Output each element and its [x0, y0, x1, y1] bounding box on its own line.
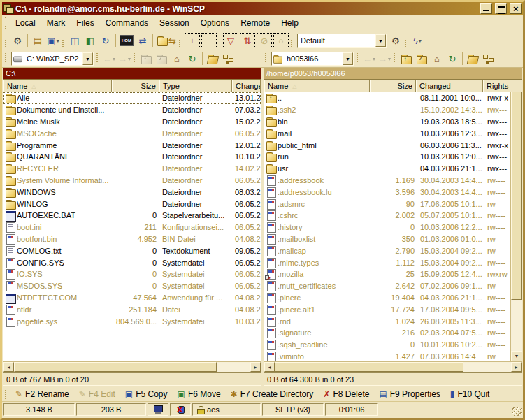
transfer-files-icon[interactable]: ⇆ — [155, 33, 178, 48]
file-row-pinerc-alt1[interactable]: .pinerc.alt117.72417.08.2004 09:5...rw--… — [264, 303, 510, 315]
file-row-pinerc[interactable]: .pinerc19.40404.03.2006 21:1...rw---- — [264, 292, 510, 304]
toolbar-grip[interactable] — [393, 53, 396, 64]
file-row-windows[interactable]: WINDOWSDateiordner08.03.2 — [3, 186, 261, 198]
transfer-profile-combo[interactable]: Default▼ — [297, 34, 387, 48]
local-back-icon[interactable]: ←▾ — [101, 51, 117, 66]
file-row-signature[interactable]: .signature21602.03.2004 07:5...rw---- — [264, 327, 510, 339]
file-row-ntldr[interactable]: ntldr251.184Datei04.08.2 — [3, 303, 261, 315]
toolbar-grip[interactable] — [133, 53, 136, 64]
file-row-winlog[interactable]: WINLOGDateiordner06.05.2 — [3, 198, 261, 210]
file-row-recycler[interactable]: RECYCLERDateiordner14.02.2 — [3, 163, 261, 175]
fkey-f8-delete[interactable]: ✗F8 Delete — [319, 389, 373, 399]
local-horizontal-scrollbar[interactable]: ◄ ► — [3, 361, 261, 372]
column-header-rights[interactable]: Rights — [483, 80, 510, 92]
file-row-rnd[interactable]: .rnd1.02426.08.2005 11:3...rw---- — [264, 315, 510, 327]
console-hom-icon[interactable]: HOM — [118, 33, 135, 48]
scrollbar-thumb[interactable] — [511, 92, 522, 300]
column-header-size[interactable]: Size — [112, 80, 159, 92]
toolbar-grip[interactable] — [4, 17, 8, 29]
file-row-io-sys[interactable]: IO.SYS0Systemdatei06.05.2 — [3, 268, 261, 280]
preferences-icon[interactable]: ⚙ — [10, 33, 25, 48]
column-header-changed[interactable]: Changed — [232, 80, 261, 92]
file-row-addressbook[interactable]: .addressbook1.16930.04.2003 14:4...rw---… — [264, 175, 510, 187]
fkey-f10-quit[interactable]: ▮F10 Quit — [446, 389, 494, 399]
toolbar-grip[interactable] — [4, 34, 8, 47]
chevron-down-icon[interactable]: ▼ — [375, 34, 386, 47]
remote-horizontal-scrollbar[interactable]: ◄ ► — [264, 361, 522, 372]
local-home-dir-icon[interactable]: ⌂ — [169, 51, 185, 66]
synchronize-icon[interactable]: ↻ — [98, 33, 113, 48]
file-row-dokumente-und-einstell[interactable]: Dokumente und Einstell...Dateiordner07.0… — [3, 104, 261, 116]
fkey-f2-rename[interactable]: ✎F2 Rename — [11, 389, 73, 399]
transfer-options-icon[interactable]: ϟ▾ — [410, 33, 425, 48]
file-row-adsmrc[interactable]: .adsmrc9017.06.2005 10:1...rw---- — [264, 198, 510, 210]
menu-item-mark[interactable]: Mark — [41, 17, 71, 29]
remote-back-icon[interactable]: ←▾ — [361, 51, 377, 66]
file-row-public-html[interactable]: public_html06.03.2006 11:3...rwxr-x — [264, 139, 510, 151]
file-row-usr[interactable]: usr04.03.2006 21:1...rwx--- — [264, 163, 510, 175]
file-row-mutt-certificates[interactable]: .mutt_certificates2.64207.02.2006 09:1..… — [264, 280, 510, 292]
local-root-dir-icon[interactable]: / — [154, 51, 169, 66]
chevron-down-icon[interactable]: ▼ — [343, 52, 353, 65]
toolbar-grip[interactable] — [356, 53, 359, 64]
remote-refresh-icon[interactable]: ↻ — [445, 51, 460, 66]
compare-directories-icon[interactable]: ◧ — [82, 33, 98, 48]
swap-panels-icon[interactable]: ◫ — [67, 33, 82, 48]
file-row-history[interactable]: .history010.03.2006 12:2...rw---- — [264, 222, 510, 233]
toolbar-grip[interactable] — [264, 53, 268, 64]
select-none-icon[interactable]: ⊘ — [257, 33, 272, 48]
remote-open-dir-icon[interactable] — [465, 51, 480, 66]
transfer-preferences-icon[interactable]: ⚙ — [388, 33, 403, 48]
toolbar-grip[interactable] — [178, 34, 182, 47]
file-row-ntdetect-com[interactable]: NTDETECT.COM47.564Anwendung für ...04.08… — [3, 292, 261, 304]
remote-home-dir-icon[interactable]: ⌂ — [429, 51, 445, 66]
remote-tree-icon[interactable] — [480, 51, 496, 66]
select-files-icon[interactable]: + — [185, 33, 200, 48]
file-row-config-sys[interactable]: CONFIG.SYS0Systemdatei06.05.2 — [3, 256, 261, 268]
menu-item-help[interactable]: Help — [275, 17, 304, 29]
fkey-f9-properties[interactable]: ▤F9 Properties — [375, 389, 444, 399]
toolbar-grip[interactable] — [62, 34, 65, 47]
file-row-msdos-sys[interactable]: MSDOS.SYS0Systemdatei06.05.2 — [3, 280, 261, 292]
local-open-dir-icon[interactable] — [205, 51, 220, 66]
local-path-bar[interactable]: C:\ — [3, 68, 261, 79]
local-drive-combo[interactable]: C: WinXP_SP2▼ — [11, 52, 94, 66]
invert-selection-icon[interactable]: ⇅ — [240, 33, 255, 48]
menu-item-options[interactable]: Options — [195, 17, 235, 29]
remote-forward-icon[interactable]: →▾ — [377, 51, 392, 66]
restore-selection-icon[interactable]: ○ — [273, 33, 289, 48]
file-row-item[interactable]: ↑..08.11.2001 10:0...rwxr-x — [264, 92, 510, 104]
file-row-autoexec-bat[interactable]: AUTOEXEC.BAT0Stapelverarbeitu...06.05.2 — [3, 210, 261, 222]
scroll-right-icon[interactable]: ► — [511, 362, 522, 372]
scrollbar-thumb[interactable] — [14, 362, 217, 372]
toolbar-grip[interactable] — [4, 389, 8, 399]
file-row-mozilla[interactable]: ➚.mozilla2515.09.2005 12:4...rwxrw — [264, 268, 510, 280]
menu-item-files[interactable]: Files — [71, 17, 99, 29]
column-header-size[interactable]: Size — [370, 80, 416, 92]
file-row-cshrc[interactable]: .cshrc2.00205.07.2005 10:1...rw---- — [264, 210, 510, 222]
menu-item-local[interactable]: Local — [10, 17, 41, 29]
notifications-cell[interactable] — [170, 403, 191, 416]
remote-path-bar[interactable]: /home/p0053/h0053l66 — [264, 68, 522, 79]
file-row-viminfo[interactable]: .viminfo1.42707.03.2006 14:4rw — [264, 351, 510, 361]
local-refresh-icon[interactable]: ↻ — [185, 51, 200, 66]
scroll-left-icon[interactable]: ◄ — [264, 362, 275, 372]
local-parent-dir-icon[interactable]: ↑ — [138, 51, 154, 66]
column-header-changed[interactable]: Changed — [416, 80, 483, 92]
maximize-button[interactable] — [495, 3, 507, 14]
file-row-msocache[interactable]: MSOCacheDateiordner06.05.2 — [3, 127, 261, 139]
file-row-run[interactable]: run10.03.2006 12:0...rwx--- — [264, 151, 510, 163]
file-row-bootfont-bin[interactable]: bootfont.bin4.952BIN-Datei04.08.2 — [3, 233, 261, 245]
column-header-type[interactable]: Type — [159, 80, 232, 92]
title-bar[interactable]: C:\ - rolandm@amor.cms.hu-berlin.de - Wi… — [2, 2, 523, 15]
queue-icon[interactable]: ▤ — [30, 33, 45, 48]
chevron-down-icon[interactable]: ▼ — [82, 52, 93, 65]
remote-vertical-scrollbar[interactable]: ▲ ▼ — [510, 92, 522, 361]
file-row-comlog-txt[interactable]: COMLOG.txt0Textdokument09.05.2 — [3, 245, 261, 256]
toolbar-grip[interactable] — [290, 34, 294, 47]
scroll-left-icon[interactable]: ◄ — [3, 362, 14, 372]
column-header-name[interactable]: Name△ — [3, 80, 112, 92]
file-row-alle[interactable]: AlleDateiordner13.01.2 — [3, 92, 261, 104]
minimize-button[interactable] — [480, 3, 492, 14]
file-row-programme[interactable]: ProgrammeDateiordner12.01.2 — [3, 139, 261, 151]
